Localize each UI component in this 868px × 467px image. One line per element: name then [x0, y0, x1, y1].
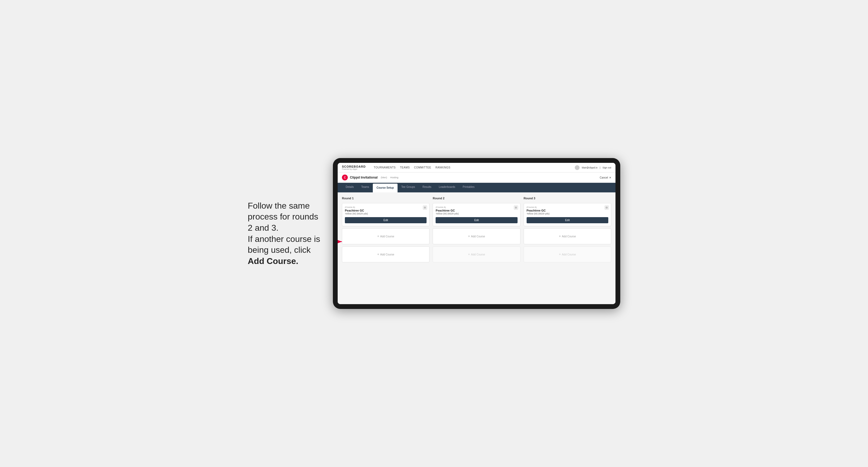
add-course-label-4: Add Course: [471, 253, 485, 256]
tab-results[interactable]: Results: [419, 183, 435, 192]
round-1-column: Round 1 ⊟ (Course A) Peachtree GC Yellow…: [342, 197, 430, 262]
logo-title: SCOREBOARD: [342, 165, 366, 168]
round-2-edit-button[interactable]: Edit: [436, 217, 517, 223]
sub-header-left: C Clippd Invitational (Men) Hosting: [342, 175, 398, 180]
plus-icon-3: +: [468, 235, 470, 238]
round-1-course-name: Peachtree GC: [345, 209, 427, 212]
round-1-course-details: Yellow (M) (6629 yds): [345, 212, 427, 215]
main-content: Round 1 ⊟ (Course A) Peachtree GC Yellow…: [338, 192, 616, 304]
plus-icon-4: +: [468, 252, 470, 256]
round-2-add-course-1[interactable]: + Add Course: [433, 228, 520, 244]
round-3-course-name: Peachtree GC: [527, 209, 608, 212]
round-2-course-label: (Course A): [436, 206, 517, 208]
top-navigation: SCOREBOARD Powered by clippd TOURNAMENTS…: [338, 163, 616, 173]
sign-out-link[interactable]: Sign out: [602, 166, 611, 169]
round-2-column: Round 2 ⊟ (Course A) Peachtree GC Yellow…: [433, 197, 520, 262]
user-email: blair@clippd.io: [582, 166, 597, 169]
tab-printables[interactable]: Printables: [459, 183, 478, 192]
round-3-course-card: ⊟ (Course A) Peachtree GC Yellow (M) (66…: [524, 203, 611, 226]
tablet-device: SCOREBOARD Powered by clippd TOURNAMENTS…: [333, 158, 620, 309]
logo-subtitle: Powered by clippd: [342, 168, 366, 170]
nav-tournaments[interactable]: TOURNAMENTS: [374, 166, 396, 169]
tournament-name: Clippd Invitational: [350, 176, 378, 179]
cancel-x-icon: ✕: [609, 176, 611, 179]
round-1-delete-icon[interactable]: ⊟: [423, 206, 427, 210]
hosting-status: Hosting: [390, 176, 399, 179]
separator: |: [600, 166, 600, 169]
gender-label: (Men): [381, 176, 387, 179]
plus-icon-2: +: [377, 252, 379, 256]
tab-teams[interactable]: Teams: [358, 183, 373, 192]
instruction-text: Follow the same process for rounds 2 and…: [248, 201, 320, 266]
nav-teams[interactable]: TEAMS: [400, 166, 410, 169]
add-course-label-2: Add Course: [380, 253, 394, 256]
tab-details[interactable]: Details: [342, 183, 358, 192]
round-1-course-label: (Course A): [345, 206, 427, 208]
round-1-add-course-2[interactable]: + Add Course: [342, 246, 430, 262]
nav-rankings[interactable]: RANKINGS: [435, 166, 450, 169]
plus-icon-6: +: [559, 252, 561, 256]
round-2-title: Round 2: [433, 197, 520, 200]
cancel-button[interactable]: Cancel ✕: [600, 176, 611, 179]
round-3-edit-button[interactable]: Edit: [527, 217, 608, 223]
add-course-label-5: Add Course: [562, 235, 576, 238]
tab-tee-groups[interactable]: Tee Groups: [398, 183, 419, 192]
tab-leaderboards[interactable]: Leaderboards: [435, 183, 459, 192]
nav-links: TOURNAMENTS TEAMS COMMITTEE RANKINGS: [374, 166, 569, 169]
plus-icon-1: +: [377, 235, 379, 238]
round-1-title: Round 1: [342, 197, 430, 200]
scoreboard-logo: SCOREBOARD Powered by clippd: [342, 165, 366, 170]
nav-committee[interactable]: COMMITTEE: [414, 166, 431, 169]
round-2-delete-icon[interactable]: ⊟: [514, 206, 518, 210]
round-1-add-course-1[interactable]: + Add Course: [342, 228, 430, 244]
round-3-title: Round 3: [524, 197, 611, 200]
round-2-course-details: Yellow (M) (6629 yds): [436, 212, 517, 215]
instruction-panel: Follow the same process for rounds 2 and…: [248, 200, 322, 267]
plus-icon-5: +: [559, 235, 561, 238]
round-3-course-label: (Course A): [527, 206, 608, 208]
tab-course-setup[interactable]: Course Setup: [373, 184, 398, 192]
round-2-course-name: Peachtree GC: [436, 209, 517, 212]
rounds-grid: Round 1 ⊟ (Course A) Peachtree GC Yellow…: [342, 197, 611, 262]
add-course-label-1: Add Course: [380, 235, 394, 238]
add-course-label-6: Add Course: [562, 253, 576, 256]
tablet-screen: SCOREBOARD Powered by clippd TOURNAMENTS…: [338, 163, 616, 304]
add-course-label-3: Add Course: [471, 235, 485, 238]
round-1-edit-button[interactable]: Edit: [345, 217, 427, 223]
round-1-course-card: ⊟ (Course A) Peachtree GC Yellow (M) (66…: [342, 203, 430, 226]
round-2-course-card: ⊟ (Course A) Peachtree GC Yellow (M) (66…: [433, 203, 520, 226]
round-3-delete-icon[interactable]: ⊟: [604, 206, 609, 210]
round-3-add-course-1[interactable]: + Add Course: [524, 228, 611, 244]
user-section: blair@clippd.io | Sign out: [575, 165, 611, 170]
clippd-icon: C: [342, 175, 348, 180]
round-3-add-course-2: + Add Course: [524, 246, 611, 262]
tabs-bar: Details Teams Course Setup Tee Groups Re…: [338, 183, 616, 192]
round-2-add-course-2: + Add Course: [433, 246, 520, 262]
round-1-add-course-wrapper: + Add Course: [342, 228, 430, 244]
user-avatar: [575, 165, 580, 170]
sub-header: C Clippd Invitational (Men) Hosting Canc…: [338, 173, 616, 183]
round-3-column: Round 3 ⊟ (Course A) Peachtree GC Yellow…: [524, 197, 611, 262]
round-3-course-details: Yellow (M) (6629 yds): [527, 212, 608, 215]
